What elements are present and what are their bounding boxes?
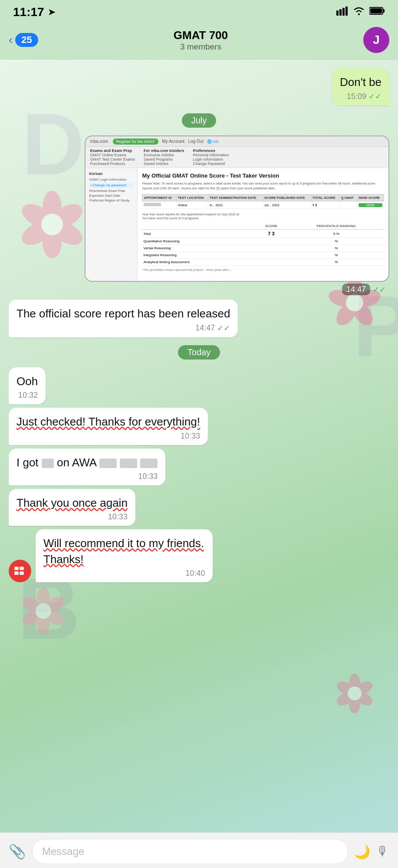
cell-appointment-id [142,201,176,209]
score-content: My Official GMAT Online Score - Test Tak… [138,168,388,281]
back-chevron-icon: ‹ [9,33,13,47]
appointments-table: APPOINTMENT ID TEST LOCATION TEST ADMINI… [142,194,384,209]
cell-location: Online [176,201,208,209]
score-col-name [142,223,254,230]
col-q: Q GMAT [339,195,357,201]
svg-point-23 [41,606,67,628]
row-total-label: Total [142,230,254,238]
message-dont-be: Don't be 15:09 ✓✓ [332,68,389,106]
svg-rect-37 [14,571,19,575]
svg-rect-0 [336,10,339,16]
message-meta: 10:32 [16,391,38,400]
image-check-icon: ✓✓ [373,285,386,294]
members-count: 3 members [38,42,363,52]
score-report-note: Please Note: To send scores to programs,… [142,182,384,191]
row-total-pct: 9 % [288,230,384,238]
input-bar: 📎 Message 🌙 🎙 [0,832,398,868]
sidebar-item5: Preferred Region of Study: [89,198,134,202]
double-check-icon: ✓✓ [217,323,230,333]
date-separator-july: July [182,113,217,128]
row-quant-score [254,238,288,245]
battery-icon [369,7,385,18]
svg-point-4 [358,13,360,15]
message-placeholder: Message [42,845,84,857]
score-report-title: My Official GMAT Online Score - Test Tak… [142,172,384,179]
svg-rect-35 [14,567,19,570]
message-meta: 14:47 ✓✓ [16,323,230,333]
avatar[interactable]: J [363,27,389,53]
message-meta: 10:33 [16,512,128,521]
message-thank-you: Thank you once again 10:33 [9,489,135,526]
message-time: 14:47 [195,323,215,333]
expiry-note: Your free score reports for this appoint… [142,212,384,220]
message-text: Will recommend it to my friends. Thanks! [43,535,205,567]
svg-point-34 [348,686,362,700]
sidebar-label: Korean [89,172,134,176]
svg-point-24 [37,612,50,634]
row-ir-score [254,252,288,259]
col-pub-date: SCORE PUBLISHED DATE [263,195,311,201]
svg-rect-38 [20,571,24,575]
col-location: TEST LOCATION [176,195,208,201]
message-text: Thank you once again [16,495,128,511]
sidebar-item4: Expected Start Date [89,194,134,198]
mic-button[interactable]: 🎙 [376,844,389,859]
svg-rect-6 [383,9,385,13]
nav-links: Exams and Exam PrepGMAT Online ExamsGMAT… [86,147,388,168]
message-input[interactable]: Message [32,839,348,864]
message-meta: 10:33 [16,432,200,441]
svg-point-27 [36,603,51,619]
row-total-score: 7 3 [254,230,288,238]
col-total: TOTAL SCORE [311,195,339,201]
message-thanks: Just checked! Thanks for everything! 10:… [9,408,208,445]
svg-point-25 [20,606,46,628]
svg-point-28 [349,673,360,693]
status-bar: 11:17 ➤ [0,0,398,23]
svg-point-32 [335,689,357,709]
message-text: Don't be [340,74,382,90]
svg-rect-7 [370,8,382,13]
svg-rect-1 [339,9,342,16]
row-quant-pct: % [288,238,384,245]
scores-table: SCORE PERCENTILE RANKING Total 7 3 9 % [142,223,384,266]
cell-q [339,201,357,209]
image-message-bubble: mba.com Register for the GMAT My Account… [85,135,389,296]
row-verbal-pct: % [288,245,384,252]
col-send: SEND SCORE [357,195,384,201]
row-awa-label: Analytical Writing Assessment [142,259,254,266]
main-content: Korean GMAT Login Information • Change m… [86,168,388,281]
message-ooh: Ooh 10:32 [9,367,46,404]
messages-list: Don't be 15:09 ✓✓ July mba.com Register … [0,59,398,587]
svg-point-30 [352,689,375,709]
message-text: Ooh [16,373,38,389]
back-button[interactable]: ‹ 25 [9,33,38,47]
status-icons [336,6,385,18]
signal-icon [336,6,349,18]
cell-send: SEND [357,201,384,209]
message-score-released: The official score report has been relea… [9,300,238,337]
redacted-1 [99,459,117,468]
sender-avatar [9,560,31,582]
row-verbal-score [254,245,288,252]
message-meta: 15:09 ✓✓ [340,92,382,101]
row-ir-pct: % [288,252,384,259]
svg-rect-36 [20,567,24,570]
send-score-btn[interactable]: SEND [359,203,382,207]
message-time: 10:33 [138,472,158,481]
row-quant-label: Quantitative Reasoning [142,238,254,245]
message-time: 10:33 [108,512,128,521]
location-icon: ➤ [48,7,56,18]
attach-button[interactable]: 📎 [9,843,26,860]
emoji-button[interactable]: 🌙 [354,844,370,859]
message-text: Just checked! Thanks for everything! [16,414,200,429]
score-col-score: SCORE [254,223,288,230]
row-ir-label: Integrated Reasoning [142,252,254,259]
message-meta: 10:40 [43,569,205,578]
svg-rect-3 [345,7,348,16]
message-awa-score: I got on AWA 10:33 [9,449,165,485]
message-time: 10:32 [18,391,38,400]
svg-point-21 [37,587,50,610]
message-time: 15:09 [347,92,366,101]
redacted-3 [140,459,158,468]
message-time: 10:40 [185,569,205,578]
